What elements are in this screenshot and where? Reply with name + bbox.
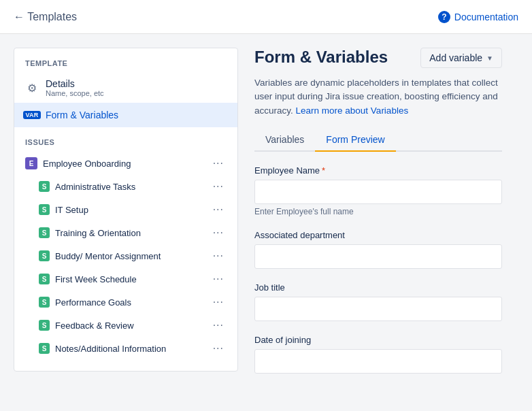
issue-item-it-setup[interactable]: S IT Setup ···	[14, 198, 237, 221]
learn-more-link[interactable]: Learn more about Variables	[296, 105, 409, 116]
issue-item-notes[interactable]: S Notes/Additional Information ···	[14, 337, 237, 360]
issue-item-buddy[interactable]: S Buddy/ Mentor Assignment ···	[14, 244, 237, 267]
form-group-date-joining: Date of joining	[254, 335, 502, 374]
story-icon: S	[39, 320, 50, 331]
issue-name-feedback: Feedback & Review	[55, 320, 205, 331]
issue-name-first-week: First Week Schedule	[55, 274, 205, 284]
date-joining-label: Date of joining	[254, 335, 502, 345]
issue-more-menu[interactable]: ···	[210, 156, 227, 171]
story-icon: S	[39, 204, 50, 215]
issue-more-menu-week[interactable]: ···	[210, 272, 227, 286]
sidebar-item-details-texts: Details Name, scope, etc	[46, 78, 104, 97]
issue-item-employee-onboarding[interactable]: E Employee Onboarding ···	[14, 152, 237, 175]
gear-icon: ⚙	[25, 81, 39, 95]
date-joining-input[interactable]	[254, 349, 502, 374]
story-icon: S	[39, 343, 50, 354]
back-button[interactable]: ← Templates	[14, 11, 77, 23]
sidebar-item-form-variables[interactable]: VAR Form & Variables	[14, 103, 237, 127]
issues-section-label: ISSUES	[14, 127, 237, 152]
issue-name-training: Training & Orientation	[55, 228, 205, 238]
story-icon: S	[39, 250, 50, 261]
details-label: Details	[46, 78, 104, 89]
issue-name-performance: Performance Goals	[55, 297, 205, 308]
add-variable-label: Add variable	[429, 52, 482, 63]
sidebar: TEMPLATE ⚙ Details Name, scope, etc VAR …	[14, 48, 238, 372]
tabs: Variables Form Preview	[254, 129, 502, 152]
panel-title: Form & Variables	[254, 48, 388, 67]
panel-description: Variables are dynamic placeholders in te…	[254, 76, 502, 118]
job-title-label: Job title	[254, 282, 502, 293]
employee-name-label: Employee Name *	[254, 165, 502, 176]
help-icon: ?	[438, 11, 450, 23]
add-variable-button[interactable]: Add variable ▼	[420, 48, 502, 68]
dropdown-arrow-icon: ▼	[486, 54, 493, 62]
issue-item-first-week[interactable]: S First Week Schedule ···	[14, 267, 237, 291]
issue-more-menu-it[interactable]: ···	[210, 202, 227, 217]
details-sublabel: Name, scope, etc	[46, 89, 104, 97]
employee-name-hint: Enter Employee's full name	[254, 207, 502, 216]
required-indicator: *	[322, 165, 325, 176]
header: ← Templates ? Documentation	[0, 0, 532, 34]
tab-variables[interactable]: Variables	[254, 129, 315, 152]
issue-name-employee-onboarding: Employee Onboarding	[43, 159, 205, 169]
form-group-employee-name: Employee Name * Enter Employee's full na…	[254, 165, 502, 216]
issue-more-menu-buddy[interactable]: ···	[210, 248, 227, 263]
tab-form-preview[interactable]: Form Preview	[315, 129, 395, 152]
sidebar-item-details[interactable]: ⚙ Details Name, scope, etc	[14, 73, 237, 103]
issue-item-performance[interactable]: S Performance Goals ···	[14, 291, 237, 314]
epic-icon: E	[25, 157, 37, 169]
issue-name-it-setup: IT Setup	[55, 205, 205, 215]
job-title-input[interactable]	[254, 297, 502, 321]
department-input[interactable]	[254, 244, 502, 269]
form-group-department: Associated department	[254, 230, 502, 269]
panel-header: Form & Variables Add variable ▼	[254, 48, 502, 68]
story-icon: S	[39, 227, 50, 238]
issue-name-admin-tasks: Administrative Tasks	[55, 182, 205, 192]
issue-more-menu-perf[interactable]: ···	[210, 295, 227, 310]
issue-item-feedback[interactable]: S Feedback & Review ···	[14, 314, 237, 337]
issue-item-training[interactable]: S Training & Orientation ···	[14, 221, 237, 244]
right-panel: Form & Variables Add variable ▼ Variable…	[238, 48, 518, 397]
issue-more-menu-notes[interactable]: ···	[210, 341, 227, 356]
department-label: Associated department	[254, 230, 502, 240]
template-section-label: TEMPLATE	[14, 59, 237, 73]
documentation-link[interactable]: ? Documentation	[438, 11, 518, 23]
main-layout: TEMPLATE ⚙ Details Name, scope, etc VAR …	[0, 34, 532, 411]
story-icon: S	[39, 274, 50, 284]
issue-more-menu-training[interactable]: ···	[210, 225, 227, 240]
form-group-job-title: Job title	[254, 282, 502, 321]
var-icon: VAR	[25, 108, 39, 122]
employee-name-input[interactable]	[254, 180, 502, 204]
issue-more-menu-admin[interactable]: ···	[210, 179, 227, 194]
issue-more-menu-feedback[interactable]: ···	[210, 318, 227, 333]
story-icon: S	[39, 181, 50, 192]
story-icon: S	[39, 297, 50, 308]
form-variables-label: Form & Variables	[46, 110, 118, 120]
header-left: ← Templates	[14, 11, 77, 23]
issue-name-notes: Notes/Additional Information	[55, 344, 205, 354]
issue-item-admin-tasks[interactable]: S Administrative Tasks ···	[14, 175, 237, 198]
issue-name-buddy: Buddy/ Mentor Assignment	[55, 251, 205, 261]
documentation-label: Documentation	[454, 12, 518, 22]
